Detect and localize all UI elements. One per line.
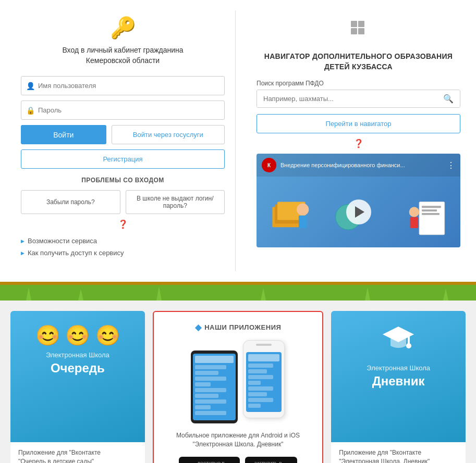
apps-title-text: НАШИ ПРИЛОЖЕНИЯ: [204, 323, 281, 331]
diary-desc: Приложение для "Вконтакте"Электронная Шк…: [339, 448, 458, 463]
android-screen: [193, 354, 236, 420]
user-icon: 👤: [26, 82, 35, 90]
gosuslugi-prefix: Войти через: [133, 131, 174, 139]
app-store-small: ЗАГРУЗИТЬ В: [254, 461, 282, 463]
username-input[interactable]: [21, 76, 225, 95]
queue-blue-part: 😊 😊 😊 Электронная Школа Очередь: [10, 311, 145, 442]
navigator-button[interactable]: Перейти в навигатор: [257, 114, 460, 133]
link-access[interactable]: Как получить доступ к сервису: [21, 249, 225, 257]
top-section: 🔑 Вход в личный кабинет гражданина Кемер…: [0, 0, 476, 282]
forgot-password-button[interactable]: Забыли пароль?: [21, 190, 120, 214]
nav-title: НАВИГАТОР ДОПОЛНИТЕЛЬНОГО ОБРАЗОВАНИЯ ДЕ…: [257, 52, 460, 72]
login-btn-row: Войти Войти через госуслуги: [21, 125, 225, 144]
navigator-panel: НАВИГАТОР ДОПОЛНИТЕЛЬНОГО ОБРАЗОВАНИЯ ДЕ…: [246, 10, 466, 271]
svg-rect-13: [422, 206, 441, 208]
username-group: 👤: [21, 76, 225, 95]
school-login-button[interactable]: В школе не выдают логин/пароль?: [126, 190, 225, 214]
link-capabilities[interactable]: Возможности сервиса: [21, 237, 225, 245]
search-input[interactable]: [257, 90, 437, 107]
video-emblem: К: [262, 158, 276, 172]
nav-help-icon: ❓: [257, 139, 460, 148]
gosuslugi-link: госуслуги: [174, 131, 203, 139]
svg-rect-1: [358, 21, 364, 27]
password-input[interactable]: [21, 101, 225, 120]
video-play-button[interactable]: [346, 199, 371, 224]
queue-title: Очередь: [51, 361, 105, 376]
ios-phone: [243, 340, 285, 418]
svg-rect-8: [299, 216, 307, 228]
lock-icon: 🔒: [26, 106, 35, 115]
queue-subtitle: Электронная Школа: [46, 351, 109, 359]
app-store-text: ЗАГРУЗИТЬ В App Store: [254, 461, 284, 463]
apps-middle-title: ◆ НАШИ ПРИЛОЖЕНИЯ: [195, 322, 282, 332]
diary-card: Электронная Школа Дневник Приложение для…: [331, 311, 466, 463]
svg-point-25: [406, 343, 411, 348]
video-title: Внедрение персонифицированного финанси..…: [280, 162, 447, 168]
grass-section: [0, 285, 476, 301]
google-play-icon: ▶: [185, 460, 194, 463]
apps-middle-card: ◆ НАШИ ПРИЛОЖЕНИЯ: [153, 311, 324, 463]
diary-subtitle: Электронная Школа: [367, 364, 430, 372]
diamond-icon: ◆: [195, 322, 202, 332]
help-icon: ❓: [21, 219, 225, 229]
gosuslugi-button[interactable]: Войти через госуслуги: [112, 125, 225, 144]
svg-rect-3: [358, 28, 364, 34]
video-content: [257, 177, 460, 247]
diary-title: Дневник: [372, 374, 425, 389]
login-title: Вход в личный кабинет гражданина Кемеров…: [21, 45, 225, 66]
search-row: 🔍: [257, 90, 460, 108]
register-button[interactable]: Регистрация: [21, 149, 225, 169]
svg-point-10: [409, 207, 419, 217]
queue-desc: Приложение для "Вконтакте"Очередь в детс…: [18, 448, 137, 463]
queue-icons: 😊 😊 😊: [35, 324, 120, 347]
svg-rect-0: [351, 21, 357, 27]
nav-icon: [257, 16, 460, 46]
problems-title: ПРОБЛЕМЫ СО ВХОДОМ: [21, 177, 225, 184]
android-phone: [191, 351, 238, 423]
svg-rect-14: [422, 209, 437, 211]
svg-rect-16: [0, 285, 476, 301]
video-overlay: К Внедрение персонифицированного финанси…: [257, 154, 460, 247]
ios-screen: [246, 352, 282, 412]
diary-blue-part: Электронная Школа Дневник: [331, 311, 466, 442]
store-buttons: ▶ ДОСТУПНО В Google Play ЗАГРУЗИТЬ В App…: [179, 457, 297, 463]
bottom-section: 😊 😊 😊 Электронная Школа Очередь Приложен…: [0, 301, 476, 463]
svg-point-7: [297, 204, 309, 216]
login-button[interactable]: Войти: [21, 125, 106, 144]
diary-white-part: Приложение для "Вконтакте"Электронная Шк…: [331, 442, 466, 463]
problem-btns: Забыли пароль? В школе не выдают логин/п…: [21, 190, 225, 214]
google-play-text: ДОСТУПНО В Google Play: [197, 461, 233, 463]
video-thumbnail[interactable]: К Внедрение персонифицированного финанси…: [257, 154, 460, 247]
middle-desc: Мобильное приложение для Android и iOS"Э…: [176, 431, 300, 449]
queue-card: 😊 😊 😊 Электронная Школа Очередь Приложен…: [10, 311, 145, 463]
graduation-cap-icon: [383, 324, 414, 359]
login-panel: 🔑 Вход в личный кабинет гражданина Кемер…: [10, 10, 236, 271]
video-header: К Внедрение персонифицированного финанси…: [257, 154, 460, 177]
search-label: Поиск программ ПФДО: [257, 80, 460, 87]
video-menu-icon[interactable]: ⋮: [447, 160, 455, 170]
svg-rect-2: [351, 28, 357, 34]
phones-image: [191, 340, 285, 423]
app-store-button[interactable]: ЗАГРУЗИТЬ В App Store: [245, 457, 297, 463]
svg-rect-15: [422, 213, 440, 215]
key-icon: 🔑: [21, 16, 225, 40]
search-button[interactable]: 🔍: [437, 90, 460, 107]
google-play-button[interactable]: ▶ ДОСТУПНО В Google Play: [179, 457, 239, 463]
svg-rect-11: [410, 217, 419, 228]
google-play-small: ДОСТУПНО В: [197, 461, 224, 463]
password-group: 🔒: [21, 101, 225, 120]
queue-white-part: Приложение для "Вконтакте"Очередь в детс…: [10, 442, 145, 463]
